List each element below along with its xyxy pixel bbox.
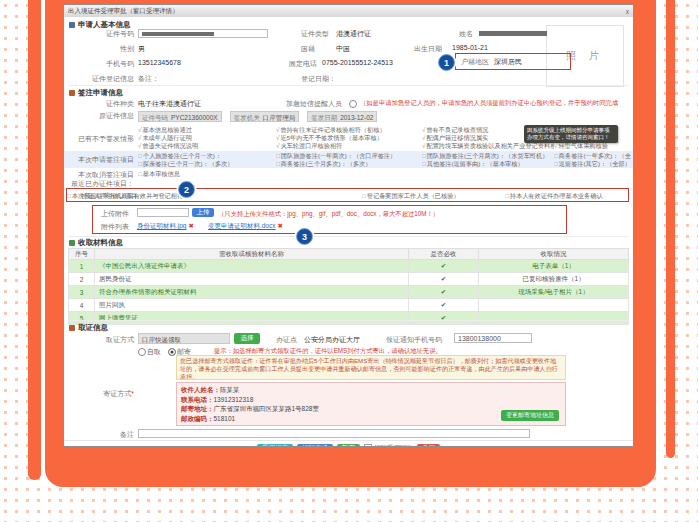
condition-checkbox[interactable]: √曾持有往来证件记录核验相符（初核） [276, 126, 422, 134]
apply-item-checkbox[interactable]: □其他签注(逗留事由)：（基本审核） [422, 160, 554, 168]
attachment-link[interactable]: 身份证明材料.jpg [137, 222, 186, 229]
self-pickup-label: 自取 [147, 347, 161, 357]
materials-column-header: 需收取或核验材料名称 [95, 249, 409, 260]
basic-row-1: 证件号码 证件类型 港澳通行证 姓名 [64, 29, 633, 41]
accept-submit-button[interactable]: 受理提交 [257, 444, 293, 447]
id-number-input[interactable] [138, 29, 268, 38]
apply-item-checkbox[interactable]: □商务签注(三个月多次)：（多次） [276, 160, 422, 168]
table-row: 2居民身份证✔已复印核验原件（1） [69, 273, 629, 286]
condition-checkbox[interactable]: √近5年内无不予签发情形（基本审核） [276, 134, 422, 142]
visa-section-title: 签注申请信息 [69, 88, 123, 98]
notify-phone-input[interactable]: 13800138000 [454, 333, 532, 343]
save-draft-button[interactable]: 暂存 [337, 444, 360, 447]
apply-item-checkbox[interactable]: □逗留签注(其它)：（全部） [554, 160, 631, 168]
apply-item-checkbox[interactable]: □商务签注(一年多次)：（全部） [554, 152, 631, 160]
materials-column-header: 收取情况 [479, 249, 629, 260]
apply-item-checkbox[interactable]: □团队旅游签注(三个月两次)：（水货车司机） [422, 152, 554, 160]
mail-info-label: 邮寄地址： [181, 405, 214, 412]
close-button[interactable]: 关闭 [417, 444, 440, 447]
visa-kind-label: 证件种类 [64, 99, 134, 109]
confirm-highlight-box: 持证人声明确认项目 □登记备案国家工作人员（已核验）□持本人有效证件办理基本业务… [66, 188, 629, 202]
mobile-label: 手机号码 [84, 59, 134, 69]
remark-input[interactable] [138, 429, 530, 438]
checkbox-glyph: √ [276, 134, 279, 141]
table-row: 3符合办理条件情形的相关证明材料✔现场采集/电子相片（1） [69, 286, 629, 299]
file-path-input[interactable] [137, 208, 189, 217]
mail-info-label: 收件人姓名： [181, 386, 220, 393]
apply-items-band: 本次申请签注项目 □个人旅游签注(三个月一次)：□团队旅游签注(一年两次)：（含… [64, 151, 633, 168]
materials-section-title: 收取材料信息 [69, 238, 123, 248]
window-content: 申请人基本信息 照 片 证件号码 证件类型 港澳通行证 姓名 性别 男 国籍 中… [64, 17, 633, 446]
old-document-field: 证件号码PYC21360000X [138, 111, 222, 122]
mail-radio[interactable] [168, 348, 176, 356]
checkbox-glyph: □ [138, 160, 142, 167]
print-form-button[interactable]: 打印表格 [297, 444, 333, 447]
required-check: ✔ [409, 286, 479, 299]
mail-info-label: 联系电话： [181, 396, 214, 403]
required-check: ✔ [409, 312, 479, 325]
apply-items-grid: □个人旅游签注(三个月一次)：□团队旅游签注(一年两次)：（含口岸签注）□团队旅… [138, 152, 631, 168]
condition-checkbox[interactable]: √配置跨境车辆资质核验以及相关产业登记资料相符 [422, 142, 554, 150]
mail-info-line: 联系电话：13912312318 [181, 395, 561, 405]
tooltip-line-2: 办理方式有变，详情请咨询窗口！ [527, 134, 615, 141]
browse-button[interactable]: 上传 [192, 208, 214, 217]
attachment-list-label: 附件列表 [101, 222, 129, 232]
close-icon[interactable]: x [626, 8, 629, 15]
truck-icon [69, 325, 75, 331]
mail-info-value: 陈某某 [220, 386, 240, 393]
visa-section-label: 签注申请信息 [78, 88, 123, 98]
condition-checkbox[interactable]: √火车轮渡口岸核验相符 [276, 142, 422, 150]
nationality-label: 国籍 [301, 44, 333, 54]
apply-item-checkbox[interactable]: □探亲签注(三个月一次)：（多次） [138, 160, 276, 168]
nationality-value: 中国 [336, 44, 350, 54]
upload-highlight-box: 上传附件 上传 （只支持上传文件格式：jpg、png、gif、pdf、doc、d… [92, 205, 567, 234]
cancel-item-label: 基本审核信息 [143, 170, 180, 177]
checkbox-glyph: □ [554, 160, 558, 167]
condition-checkbox[interactable]: √曾遗失证件情况说明 [138, 142, 276, 150]
required-check: ✔ [409, 260, 479, 273]
field-label: 签发日期 [311, 114, 337, 121]
mail-info-value: 广东省深圳市福田区某某路1号828室 [214, 405, 319, 412]
table-row: 5网上缴费凭证✔ [69, 312, 629, 325]
condition-checkbox[interactable]: √轻型气体采购核验 [554, 142, 631, 150]
attachment-link[interactable]: 变更申请证明材料.docx [208, 222, 276, 229]
pickup-method-select[interactable]: 口岸快递领取 [138, 333, 230, 344]
condition-checkbox[interactable]: √基本信息核验通过 [138, 126, 276, 134]
material-name: 居民身份证 [95, 273, 409, 286]
checkbox-glyph: √ [138, 134, 141, 141]
print-receipt-option[interactable]: 打印受理回执 [364, 444, 413, 447]
cancel-item-checkbox[interactable]: □基本审核信息 [138, 170, 180, 179]
checkbox-glyph: √ [554, 142, 557, 149]
choose-button[interactable]: 选择 [234, 333, 260, 344]
old-document-field: 签发机关口岸管理局 [230, 111, 300, 122]
table-row: 1《中国公民出入境证件申请表》✔电子表单（1） [69, 260, 629, 273]
change-address-button[interactable]: 变更邮寄地址信息 [501, 410, 559, 421]
registration-note-label: 备注： [138, 74, 159, 84]
name-label: 姓名 [459, 29, 475, 39]
remove-attachment-icon[interactable]: ✖ [277, 222, 282, 229]
condition-checkbox[interactable]: √未成年人随行证明 [138, 134, 276, 142]
field-label: 证件号码 [142, 114, 168, 121]
checkbox-glyph: □ [362, 192, 366, 199]
urgent-radio[interactable] [349, 100, 357, 108]
notify-phone-label: 领证通知手机号码 [386, 335, 450, 345]
checkbox-glyph: □ [554, 152, 558, 159]
confirm-checkbox[interactable]: □本次预留联系方式真实有效并与登记相符 [67, 192, 183, 201]
apply-item-checkbox[interactable]: □团队旅游签注(一年两次)：（含口岸签注） [276, 152, 422, 160]
divider [68, 320, 629, 321]
doc-type-label: 证件类型 [301, 29, 333, 39]
mail-notice-text: 您已选择邮寄方式领取证件：证件将在审批办结后5个工作日内由EMS寄出（特殊情况顺… [180, 357, 558, 380]
confirm-checkbox[interactable]: □持本人有效证件办理基本业务确认 [505, 192, 603, 201]
apply-item-checkbox[interactable]: □个人旅游签注(三个月一次)： [138, 152, 276, 160]
self-pickup-radio[interactable] [138, 348, 146, 356]
row-number: 2 [69, 273, 95, 286]
remove-attachment-icon[interactable]: ✖ [188, 222, 193, 229]
pickup-method-value: 口岸快递领取 [142, 336, 181, 343]
checkbox-glyph: □ [505, 192, 509, 199]
print-receipt-checkbox[interactable] [364, 444, 372, 446]
receipt-status: 电子表单（1） [479, 260, 629, 273]
notice-tooltip: 因系统升级上线期间部分申请事项 办理方式有变，详情请咨询窗口！ [524, 125, 618, 143]
confirm-checkbox[interactable]: □登记备案国家工作人员（已核验） [362, 192, 460, 201]
telephone-label: 固定电话 [289, 59, 321, 69]
remark-label: 备注 [64, 430, 134, 440]
